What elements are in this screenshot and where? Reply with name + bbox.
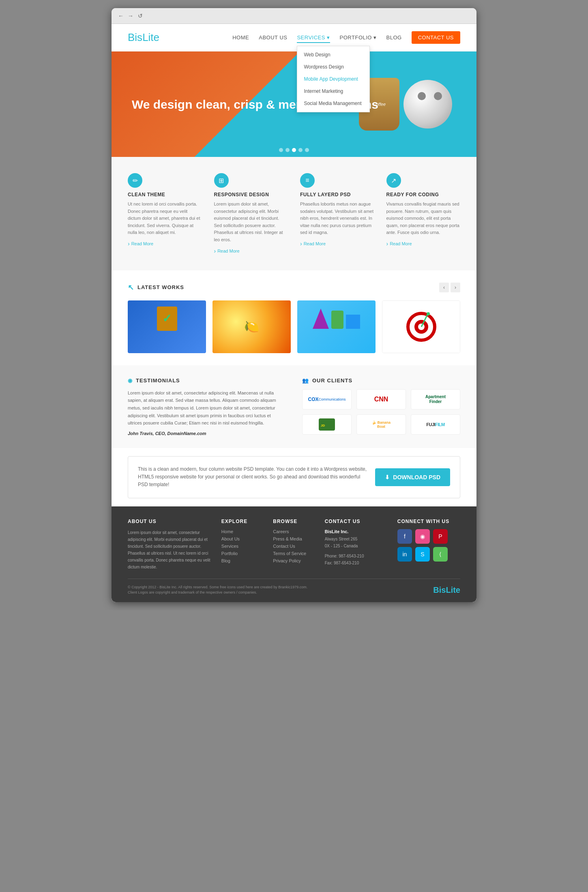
eye-circle-icon: ◉ [128,377,133,384]
works-nav-arrows: ‹ › [439,283,460,292]
feature-psd: ≡ FULLY LAYERD PSD Phasellus lobortis me… [300,173,374,254]
dot-5[interactable] [305,148,309,152]
features-section: ✏ CLEAN THEME Ut nec lorem id orci conva… [112,157,476,270]
testimonials-label: TESTIMONIALS [136,377,180,384]
footer-link-contact[interactable]: Contact Us [273,544,315,549]
download-button[interactable]: ⬇ DOWNLOAD PSD [375,468,450,486]
testimonials-title: ◉ TESTIMONIALS [128,377,286,384]
browser-toolbar: ← → ↺ [112,8,476,24]
back-button[interactable]: ← [118,13,124,19]
dd-wordpress[interactable]: Wordpress Design [297,61,369,73]
works-prev-button[interactable]: ‹ [439,283,449,292]
social-facebook[interactable]: f [397,529,412,544]
eye-icon: 👁 [157,322,164,331]
social-pinterest[interactable]: P [433,529,448,544]
work-item-4[interactable]: 👁 🔗 [382,300,460,353]
footer-link-careers[interactable]: Careers [273,529,315,534]
work-overlay-icons-4: 👁 🔗 [411,322,432,331]
download-icon: ⬇ [385,474,390,480]
client-banana-boat: 🍌 BananaBoat [356,414,406,435]
works-next-button[interactable]: › [451,283,460,292]
eye-icon-2: 👁 [241,322,249,331]
footer-link-portfolio[interactable]: Portfolio [221,551,263,556]
nav-about[interactable]: ABOUT US [259,33,287,42]
work-overlay-icons-3: 👁 🔗 [326,322,347,331]
footer-link-privacy[interactable]: Privacy Policy [273,558,315,563]
coding-title: READY FOR CODING [386,192,461,197]
footer-logo: BisLite [433,585,460,595]
client-fujifilm: FUJIFILM [411,414,460,435]
footer-company-name: BisLite Inc. [325,529,388,534]
testimonial-author: John Travis, CEO, DomainName.com [128,431,286,436]
latest-works-header: ↖ LATEST WORKS ‹ › [128,283,460,292]
footer-contact: CONTACT US BisLite Inc. Always Street 26… [325,519,388,570]
coding-text: Vivamus convallis feugiat mauris sed pos… [386,201,461,236]
nav-home[interactable]: HOME [232,33,249,42]
footer-link-press[interactable]: Press & Media [273,536,315,541]
nav-services[interactable]: SERVICES ▾ [297,33,330,43]
works-grid: 👁 🔗 🍋 👁 🔗 [128,300,460,353]
responsive-icon: ⊞ [214,173,229,188]
eye-icon-3: 👁 [326,322,333,331]
footer-link-about[interactable]: About Us [221,536,263,541]
work-item-2[interactable]: 🍋 👁 🔗 [212,300,291,353]
work-overlay-icons-1: 👁 🔗 [157,322,178,331]
testimonials-clients-section: ◉ TESTIMONIALS Lorem ipsum dolor sit ame… [112,365,476,448]
footer-logo-black: Bis [433,585,446,594]
dd-internet-marketing[interactable]: Internet Marketing [297,85,369,97]
clean-theme-read-more[interactable]: Read More [128,240,202,247]
bowling-ball-icon [403,80,452,129]
site-logo: BisLite [128,31,159,44]
social-linkedin[interactable]: in [397,547,412,562]
site-footer: ABOUT US Lorem ipsum dolor sit amet, con… [112,506,476,602]
latest-works-section: ↖ LATEST WORKS ‹ › 👁 🔗 [112,270,476,365]
footer-link-home[interactable]: Home [221,529,263,534]
footer-link-blog[interactable]: Blog [221,558,263,563]
psd-read-more[interactable]: Read More [300,240,374,247]
clients-label: OUR CLIENTS [312,377,352,384]
psd-title: FULLY LAYERD PSD [300,192,374,197]
client-john-deere: JD [302,414,352,435]
dd-web-design[interactable]: Web Design [297,49,369,61]
client-apartment-finder: ApartmentFinder [411,389,460,410]
forward-button[interactable]: → [128,13,133,19]
footer-copyright: © Copyright 2012 - BisLite Inc. All righ… [128,585,307,596]
refresh-button[interactable]: ↺ [137,13,143,19]
footer-about-text: Lorem ipsum dolor sit amet, consectetur … [128,529,212,570]
nav-blog[interactable]: BLOG [386,33,402,42]
social-share[interactable]: ⟨ [433,547,448,562]
nav-portfolio[interactable]: PORTFOLIO ▾ [340,33,377,42]
dd-social-media[interactable]: Social Media Management [297,97,369,109]
latest-works-title: ↖ LATEST WORKS [128,283,184,292]
download-text: This is a clean and modern, four column … [138,465,367,489]
work-item-1[interactable]: 👁 🔗 [128,300,206,353]
download-button-label: DOWNLOAD PSD [393,474,440,480]
footer-contact-fax: Fax: 987-6543-210 [325,560,388,566]
responsive-read-more[interactable]: Read More [214,248,288,254]
dot-3[interactable] [292,148,296,152]
dot-4[interactable] [298,148,303,152]
footer-link-services[interactable]: Services [221,544,263,549]
main-nav: HOME ABOUT US SERVICES ▾ Web Design Word… [232,31,460,44]
feature-coding: ↗ READY FOR CODING Vivamus convallis feu… [386,173,461,254]
logo-black: Bis [128,31,142,43]
footer-connect: CONNECT WITH US f ◉ P in S ⟨ [397,519,460,570]
dot-1[interactable] [279,148,283,152]
svg-text:JD: JD [321,424,325,427]
latest-works-label: LATEST WORKS [137,284,184,290]
social-skype[interactable]: S [415,547,430,562]
work-item-3[interactable]: 👁 🔗 [297,300,376,353]
dd-mobile-app[interactable]: Mobile App Devplopment [297,73,369,85]
nav-contact[interactable]: CONTACT US [412,31,460,44]
testimonial-text: Lorem ipsum dolor sit amet, consectetur … [128,389,286,427]
coding-icon: ↗ [386,173,401,188]
coding-read-more[interactable]: Read More [386,240,461,247]
browser-window: ← → ↺ BisLite HOME ABOUT US SERVICES ▾ W… [112,8,476,602]
footer-link-terms[interactable]: Terms of Service [273,551,315,556]
dot-2[interactable] [285,148,290,152]
link-icon: 🔗 [169,322,178,331]
footer-grid: ABOUT US Lorem ipsum dolor sit amet, con… [128,519,460,570]
feature-responsive: ⊞ RESPONSIVE DESIGN Lorem ipsum dolor si… [214,173,288,254]
footer-browse: BROWSE Careers Press & Media Contact Us … [273,519,315,570]
social-dribbble[interactable]: ◉ [415,529,430,544]
